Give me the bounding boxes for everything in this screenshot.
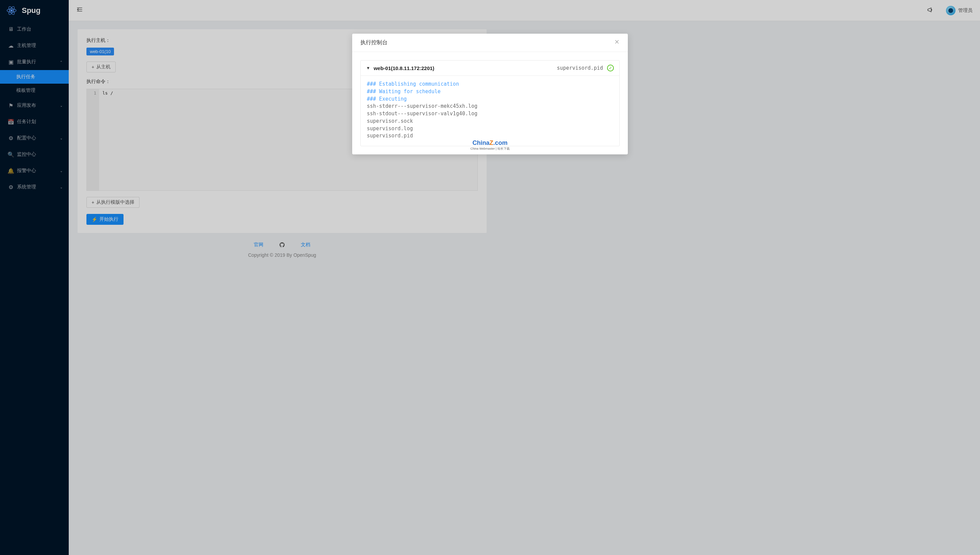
console-panel: ▼ web-01(10.8.11.172:2201) supervisord.p… bbox=[360, 60, 495, 146]
exec-console-modal: 执行控制台 ▼ web-01(10.8.11.172:2201) supervi… bbox=[352, 34, 495, 154]
caret-down-icon: ▼ bbox=[366, 66, 370, 71]
console-output: ### Establishing communication ### Waiti… bbox=[361, 76, 495, 146]
modal-title: 执行控制台 bbox=[360, 39, 387, 46]
console-header[interactable]: ▼ web-01(10.8.11.172:2201) supervisord.p… bbox=[361, 61, 495, 76]
console-host: web-01(10.8.11.172:2201) bbox=[374, 65, 434, 71]
